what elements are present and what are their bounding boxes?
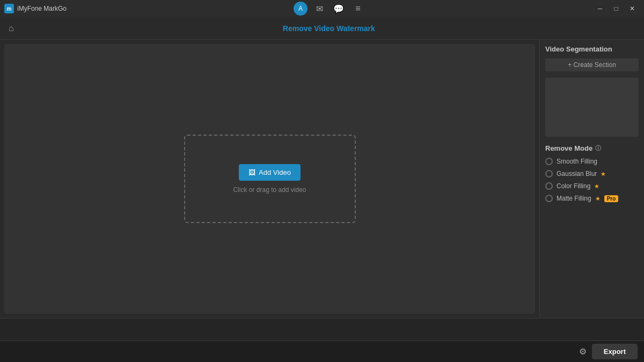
timeline-bar bbox=[0, 318, 644, 341]
smooth-filling-label: Smooth Filling bbox=[557, 158, 597, 165]
remove-mode-label: Remove Mode ⓘ bbox=[545, 144, 639, 152]
video-area[interactable]: 🖼 Add Video Click or drag to add video bbox=[4, 44, 535, 314]
matte-filling-option[interactable]: Matte Filling ★ Pro bbox=[545, 195, 639, 202]
right-panel: Video Segmentation + Create Section Remo… bbox=[539, 40, 644, 318]
add-video-icon: 🖼 bbox=[248, 168, 255, 176]
page-title: Remove Video Watermark bbox=[23, 24, 635, 33]
drag-hint: Click or drag to add video bbox=[233, 186, 306, 194]
app-name: iMyFone MarkGo bbox=[17, 5, 67, 12]
maximize-button[interactable]: □ bbox=[609, 1, 624, 16]
menu-icon[interactable]: ≡ bbox=[350, 1, 365, 16]
video-segmentation-title: Video Segmentation bbox=[545, 45, 639, 53]
titlebar: m iMyFone MarkGo A ✉ 💬 ≡ ─ □ ✕ bbox=[0, 0, 644, 17]
matte-filling-crown-icon: ★ bbox=[595, 195, 601, 202]
chat-icon[interactable]: 💬 bbox=[331, 1, 346, 16]
gaussian-blur-option[interactable]: Gaussian Blur ★ bbox=[545, 170, 639, 178]
app-logo: m bbox=[4, 4, 14, 13]
drop-zone[interactable]: 🖼 Add Video Click or drag to add video bbox=[184, 135, 356, 223]
main-content: 🖼 Add Video Click or drag to add video V… bbox=[0, 40, 644, 318]
export-button[interactable]: Export bbox=[592, 344, 638, 359]
color-filling-option[interactable]: Color Filling ★ bbox=[545, 182, 639, 190]
gaussian-blur-radio[interactable] bbox=[545, 170, 553, 178]
add-video-label: Add Video bbox=[259, 168, 291, 176]
segmentation-preview bbox=[545, 78, 639, 137]
gaussian-crown-icon: ★ bbox=[601, 171, 606, 178]
matte-filling-label: Matte Filling bbox=[557, 195, 591, 202]
info-icon[interactable]: ⓘ bbox=[595, 144, 601, 152]
color-filling-crown-icon: ★ bbox=[594, 183, 599, 190]
matte-filling-radio[interactable] bbox=[545, 195, 553, 202]
pro-badge: Pro bbox=[604, 195, 619, 202]
home-button[interactable]: ⌂ bbox=[9, 24, 14, 33]
add-video-button[interactable]: 🖼 Add Video bbox=[239, 164, 301, 181]
mail-icon[interactable]: ✉ bbox=[312, 1, 327, 16]
create-section-button[interactable]: + Create Section bbox=[545, 58, 639, 71]
smooth-filling-option[interactable]: Smooth Filling bbox=[545, 158, 639, 165]
titlebar-left: m iMyFone MarkGo bbox=[4, 4, 67, 13]
gaussian-blur-label: Gaussian Blur bbox=[557, 170, 597, 178]
bottom-bar: ⚙ Export bbox=[0, 341, 644, 362]
remove-mode-section: Remove Mode ⓘ Smooth Filling Gaussian Bl… bbox=[545, 144, 639, 207]
avatar[interactable]: A bbox=[294, 2, 308, 16]
color-filling-radio[interactable] bbox=[545, 182, 553, 190]
minimize-button[interactable]: ─ bbox=[592, 1, 608, 16]
settings-button[interactable]: ⚙ bbox=[579, 346, 587, 357]
close-button[interactable]: ✕ bbox=[625, 1, 640, 16]
titlebar-icons: A ✉ 💬 ≡ bbox=[294, 1, 365, 16]
navbar: ⌂ Remove Video Watermark bbox=[0, 17, 644, 40]
color-filling-label: Color Filling bbox=[557, 182, 590, 190]
smooth-filling-radio[interactable] bbox=[545, 158, 553, 165]
titlebar-controls: ─ □ ✕ bbox=[592, 1, 640, 16]
remove-mode-text: Remove Mode bbox=[545, 144, 592, 152]
